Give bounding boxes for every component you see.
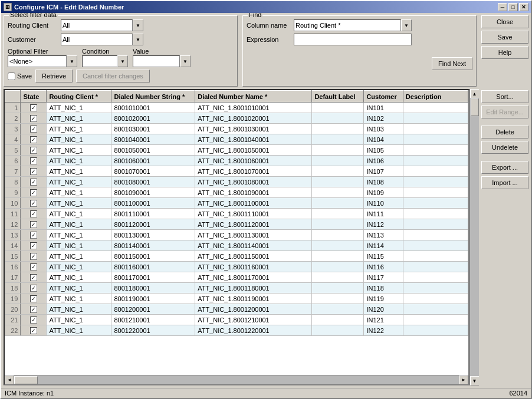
state-checkbox[interactable]: ✓ [30, 232, 37, 239]
customer-dropdown-btn[interactable]: ▼ [133, 34, 143, 45]
state-checkbox[interactable]: ✓ [30, 179, 37, 186]
table-row[interactable]: 17 ✓ ATT_NIC_1 8001170001 ATT_NIC_1.8001… [5, 272, 468, 283]
state-checkbox[interactable]: ✓ [30, 316, 37, 324]
column-name-input[interactable] [294, 19, 401, 31]
column-name-btn[interactable]: ▼ [401, 19, 412, 31]
state-checkbox[interactable]: ✓ [30, 210, 37, 217]
value-btn[interactable]: ▼ [180, 55, 191, 67]
routing-client-cell: ATT_NIC_1 [47, 209, 111, 219]
table-row[interactable]: 13 ✓ ATT_NIC_1 8001130001 ATT_NIC_1.8001… [5, 230, 468, 240]
scroll-right-btn[interactable]: ► [459, 375, 468, 385]
state-checkbox[interactable]: ✓ [30, 147, 37, 154]
state-checkbox[interactable]: ✓ [30, 327, 37, 334]
routing-client-dropdown-btn[interactable]: ▼ [133, 19, 143, 31]
description-cell [403, 262, 468, 272]
state-checkbox[interactable]: ✓ [30, 115, 37, 122]
table-row[interactable]: 16 ✓ ATT_NIC_1 8001160001 ATT_NIC_1.8001… [5, 262, 468, 272]
routing-client-cell: ATT_NIC_1 [47, 198, 111, 209]
state-checkbox[interactable]: ✓ [30, 274, 37, 281]
scroll-thumb-v [471, 98, 479, 116]
scroll-left-btn[interactable]: ◄ [5, 375, 14, 385]
filter-panel-label: Select filter data [9, 13, 58, 18]
table-row[interactable]: 18 ✓ ATT_NIC_1 8001180001 ATT_NIC_1.8001… [5, 283, 468, 294]
state-checkbox[interactable]: ✓ [30, 221, 37, 228]
state-checkbox[interactable]: ✓ [30, 295, 37, 302]
state-checkbox[interactable]: ✓ [30, 157, 37, 164]
delete-button[interactable]: Delete [481, 126, 528, 139]
horizontal-scrollbar[interactable]: ◄ ► [5, 375, 468, 384]
table-row[interactable]: 12 ✓ ATT_NIC_1 8001120001 ATT_NIC_1.8001… [5, 219, 468, 230]
cancel-filter-button[interactable]: Cancel filter changes [76, 70, 150, 83]
row-num: 15 [5, 251, 21, 262]
condition-btn[interactable]: ▼ [117, 55, 128, 67]
row-num: 18 [5, 283, 21, 294]
description-cell [403, 304, 468, 315]
optional-filter-input[interactable] [8, 55, 67, 67]
row-num: 2 [5, 113, 21, 124]
state-checkbox[interactable]: ✓ [30, 306, 37, 313]
find-next-button[interactable]: Find Next [432, 57, 472, 70]
state-checkbox[interactable]: ✓ [30, 136, 37, 143]
minimize-button[interactable]: ─ [498, 3, 507, 11]
scroll-down-btn[interactable]: ▼ [470, 376, 480, 385]
description-cell [403, 145, 468, 156]
table-row[interactable]: 5 ✓ ATT_NIC_1 8001050001 ATT_NIC_1.80010… [5, 145, 468, 156]
table-row[interactable]: 21 ✓ ATT_NIC_1 8001210001 ATT_NIC_1.8001… [5, 315, 468, 325]
edit-range-button[interactable]: Edit Range... [481, 105, 528, 118]
value-input[interactable] [133, 55, 180, 67]
state-checkbox[interactable]: ✓ [30, 189, 37, 196]
default-label-cell [312, 166, 364, 177]
table-row[interactable]: 2 ✓ ATT_NIC_1 8001020001 ATT_NIC_1.80010… [5, 113, 468, 124]
state-checkbox[interactable]: ✓ [30, 285, 37, 292]
table-row[interactable]: 9 ✓ ATT_NIC_1 8001090001 ATT_NIC_1.80010… [5, 187, 468, 198]
table-row[interactable]: 11 ✓ ATT_NIC_1 8001110001 ATT_NIC_1.8001… [5, 209, 468, 219]
row-num: 14 [5, 240, 21, 251]
close-button[interactable]: ✕ [519, 3, 528, 11]
close-button-side[interactable]: Close [481, 15, 528, 28]
optional-filter-btn[interactable]: ▼ [67, 55, 77, 67]
state-checkbox[interactable]: ✓ [30, 126, 37, 133]
help-button-side[interactable]: Help [481, 46, 528, 59]
row-num: 10 [5, 198, 21, 209]
dn-name-cell: ATT_NIC_1.8001120001 [195, 219, 312, 230]
dn-name-cell: ATT_NIC_1.8001090001 [195, 187, 312, 198]
table-row[interactable]: 20 ✓ ATT_NIC_1 8001200001 ATT_NIC_1.8001… [5, 304, 468, 315]
state-checkbox[interactable]: ✓ [30, 263, 37, 271]
state-checkbox[interactable]: ✓ [30, 242, 37, 249]
undelete-button[interactable]: Undelete [481, 141, 528, 154]
routing-client-input[interactable] [61, 19, 133, 31]
dn-name-cell: ATT_NIC_1.8001060001 [195, 156, 312, 166]
table-row[interactable]: 19 ✓ ATT_NIC_1 8001190001 ATT_NIC_1.8001… [5, 294, 468, 304]
table-row[interactable]: 15 ✓ ATT_NIC_1 8001150001 ATT_NIC_1.8001… [5, 251, 468, 262]
col-customer: Customer [364, 91, 403, 103]
customer-input[interactable] [61, 34, 133, 45]
table-row[interactable]: 3 ✓ ATT_NIC_1 8001030001 ATT_NIC_1.80010… [5, 124, 468, 134]
row-num: 17 [5, 272, 21, 283]
sort-button[interactable]: Sort... [481, 90, 528, 103]
table-row[interactable]: 14 ✓ ATT_NIC_1 8001140001 ATT_NIC_1.8001… [5, 240, 468, 251]
state-checkbox[interactable]: ✓ [30, 104, 37, 111]
table-row[interactable]: 4 ✓ ATT_NIC_1 8001040001 ATT_NIC_1.80010… [5, 134, 468, 145]
state-checkbox[interactable]: ✓ [30, 168, 37, 175]
save-button-side[interactable]: Save [481, 31, 528, 44]
table-scroll[interactable]: State Routing Client * Dialed Number Str… [5, 90, 468, 375]
vertical-scrollbar[interactable]: ▲ ▼ [469, 89, 479, 385]
table-row[interactable]: 1 ✓ ATT_NIC_1 8001010001 ATT_NIC_1.80010… [5, 103, 468, 113]
table-row[interactable]: 6 ✓ ATT_NIC_1 8001060001 ATT_NIC_1.80010… [5, 156, 468, 166]
save-checkbox[interactable] [8, 72, 15, 80]
retrieve-button[interactable]: Retrieve [35, 70, 73, 83]
maximize-button[interactable]: □ [508, 3, 518, 11]
expression-input[interactable] [294, 34, 412, 45]
table-row[interactable]: 22 ✓ ATT_NIC_1 8001220001 ATT_NIC_1.8001… [5, 325, 468, 336]
table-row[interactable]: 8 ✓ ATT_NIC_1 8001080001 ATT_NIC_1.80010… [5, 177, 468, 187]
table-container: State Routing Client * Dialed Number Str… [4, 89, 469, 385]
row-num: 1 [5, 103, 21, 113]
export-button[interactable]: Export ... [481, 161, 528, 174]
scroll-up-btn[interactable]: ▲ [470, 89, 480, 98]
condition-input[interactable] [82, 55, 117, 67]
state-checkbox[interactable]: ✓ [30, 253, 37, 260]
table-row[interactable]: 7 ✓ ATT_NIC_1 8001070001 ATT_NIC_1.80010… [5, 166, 468, 177]
import-button[interactable]: Import ... [481, 176, 528, 189]
table-row[interactable]: 10 ✓ ATT_NIC_1 8001100001 ATT_NIC_1.8001… [5, 198, 468, 209]
state-checkbox[interactable]: ✓ [30, 200, 37, 207]
